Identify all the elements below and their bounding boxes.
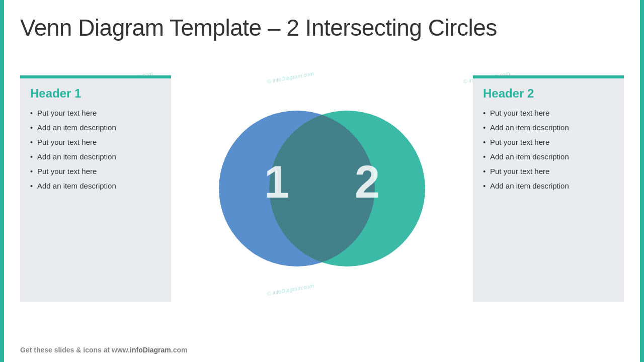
- right-panel: Header 2 Put your text here Add an item …: [473, 75, 624, 302]
- footer-text-suffix: .com: [171, 346, 188, 354]
- venn-svg: 1 2: [199, 106, 445, 272]
- list-item: Put your text here: [30, 137, 161, 147]
- right-panel-content: Header 2 Put your text here Add an item …: [473, 78, 624, 205]
- list-item: Add an item description: [483, 151, 614, 162]
- right-panel-list: Put your text here Add an item descripti…: [483, 108, 614, 191]
- list-item: Add an item description: [30, 151, 161, 162]
- list-item: Put your text here: [483, 108, 614, 118]
- right-accent-bar: [640, 0, 644, 362]
- footer-brand: infoDiagram: [130, 346, 171, 354]
- right-panel-header: Header 2: [483, 86, 614, 101]
- list-item: Put your text here: [30, 108, 161, 118]
- footer-text-prefix: Get these slides & icons at www.: [20, 346, 130, 354]
- left-panel-header: Header 1: [30, 86, 161, 101]
- content-area: Header 1 Put your text here Add an item …: [20, 75, 624, 332]
- list-item: Add an item description: [483, 122, 614, 133]
- list-item: Add an item description: [483, 180, 614, 191]
- left-accent-bar: [0, 0, 4, 362]
- venn-diagram-area: 1 2: [171, 75, 473, 302]
- list-item: Add an item description: [30, 180, 161, 191]
- left-panel-content: Header 1 Put your text here Add an item …: [20, 78, 171, 205]
- left-panel: Header 1 Put your text here Add an item …: [20, 75, 171, 302]
- venn-label-2: 2: [355, 157, 380, 207]
- list-item: Put your text here: [30, 166, 161, 176]
- footer: Get these slides & icons at www.infoDiag…: [20, 346, 624, 354]
- venn-label-1: 1: [264, 157, 289, 207]
- list-item: Add an item description: [30, 122, 161, 133]
- list-item: Put your text here: [483, 166, 614, 176]
- list-item: Put your text here: [483, 137, 614, 147]
- page-title: Venn Diagram Template – 2 Intersecting C…: [20, 14, 624, 41]
- title-area: Venn Diagram Template – 2 Intersecting C…: [20, 14, 624, 41]
- left-panel-list: Put your text here Add an item descripti…: [30, 108, 161, 191]
